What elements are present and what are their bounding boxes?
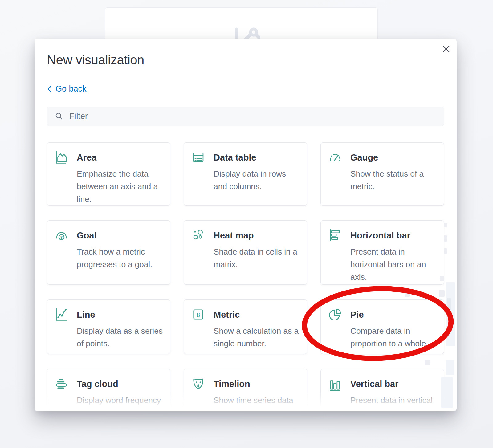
viz-card-data-table[interactable]: Data table Display data in rows and colu… — [184, 142, 307, 206]
viz-card-description: Emphasize the data between an axis and a… — [77, 168, 163, 206]
viz-card-title: Line — [77, 309, 163, 320]
viz-card-description: Show time series data on a graph. — [214, 394, 300, 411]
viz-card-description: Display data as a series of points. — [77, 325, 163, 350]
viz-card-tag-cloud[interactable]: Tag cloud Display word frequency with fo… — [47, 369, 170, 411]
viz-card-title: Data table — [214, 152, 300, 163]
viz-card-title: Tag cloud — [77, 379, 163, 389]
viz-card-area[interactable]: Area Emphasize the data between an axis … — [47, 142, 170, 206]
new-visualization-modal: New visualization Go back Area Emphasize… — [35, 39, 457, 411]
visualization-type-grid: Area Emphasize the data between an axis … — [47, 142, 444, 411]
viz-card-title: Metric — [214, 309, 300, 320]
viz-card-line[interactable]: Line Display data as a series of points. — [47, 299, 170, 354]
close-button[interactable] — [440, 43, 452, 55]
heat-map-icon — [191, 228, 205, 242]
viz-card-title: Pie — [350, 309, 437, 320]
viz-card-vertical-bar[interactable]: Vertical bar Present data in vertical ba… — [320, 369, 444, 411]
viz-card-description: Display data in rows and columns. — [214, 168, 300, 193]
viz-card-pie[interactable]: Pie Compare data in proportion to a whol… — [320, 299, 444, 354]
pie-chart-icon — [328, 307, 342, 321]
svg-text:8: 8 — [60, 235, 63, 240]
data-table-icon — [191, 150, 205, 164]
viz-card-description: Compare data in proportion to a whole. — [350, 325, 437, 350]
gauge-icon — [328, 150, 342, 164]
horizontal-bar-icon — [328, 228, 342, 242]
viz-card-description: Show the status of a metric. — [350, 168, 437, 193]
timelion-icon — [191, 377, 205, 391]
viz-card-title: Horizontal bar — [350, 230, 437, 241]
viz-card-metric[interactable]: 8 Metric Show a calculation as a single … — [184, 299, 307, 354]
vertical-bar-icon — [328, 377, 342, 391]
viz-card-timelion[interactable]: Timelion Show time series data on a grap… — [184, 369, 307, 411]
goal-icon: 8 — [55, 228, 68, 242]
viz-card-description: Show a calculation as a single number. — [214, 325, 300, 350]
viz-card-description: Shade data in cells in a matrix. — [214, 246, 300, 271]
viz-card-title: Goal — [77, 230, 163, 241]
close-icon — [442, 45, 450, 53]
viz-card-title: Timelion — [214, 379, 300, 389]
viz-card-title: Gauge — [350, 152, 437, 163]
filter-field — [47, 107, 444, 126]
viz-card-heat-map[interactable]: Heat map Shade data in cells in a matrix… — [184, 220, 307, 285]
viz-card-title: Area — [77, 152, 163, 163]
svg-text:8: 8 — [197, 311, 200, 318]
metric-icon: 8 — [191, 307, 205, 321]
viz-card-title: Heat map — [214, 230, 300, 241]
go-back-link[interactable]: Go back — [47, 84, 87, 94]
area-chart-icon — [55, 150, 68, 164]
viz-card-gauge[interactable]: Gauge Show the status of a metric. — [320, 142, 444, 206]
viz-card-description: Present data in vertical bars on an axis… — [350, 394, 437, 411]
viz-card-goal[interactable]: 8 Goal Track how a metric progresses to … — [47, 220, 170, 285]
tag-cloud-icon — [55, 377, 68, 391]
viz-card-horizontal-bar[interactable]: Horizontal bar Present data in horizonta… — [320, 220, 444, 285]
line-chart-icon — [55, 307, 68, 321]
modal-title: New visualization — [47, 53, 444, 67]
viz-card-title: Vertical bar — [350, 379, 437, 389]
filter-input[interactable] — [64, 107, 444, 126]
go-back-label: Go back — [55, 84, 87, 94]
viz-card-description: Track how a metric progresses to a goal. — [77, 246, 163, 271]
viz-card-description: Present data in horizontal bars on an ax… — [350, 246, 437, 283]
viz-card-description: Display word frequency with font size. — [77, 394, 163, 411]
chevron-left-icon — [47, 85, 52, 93]
search-icon — [54, 111, 64, 121]
